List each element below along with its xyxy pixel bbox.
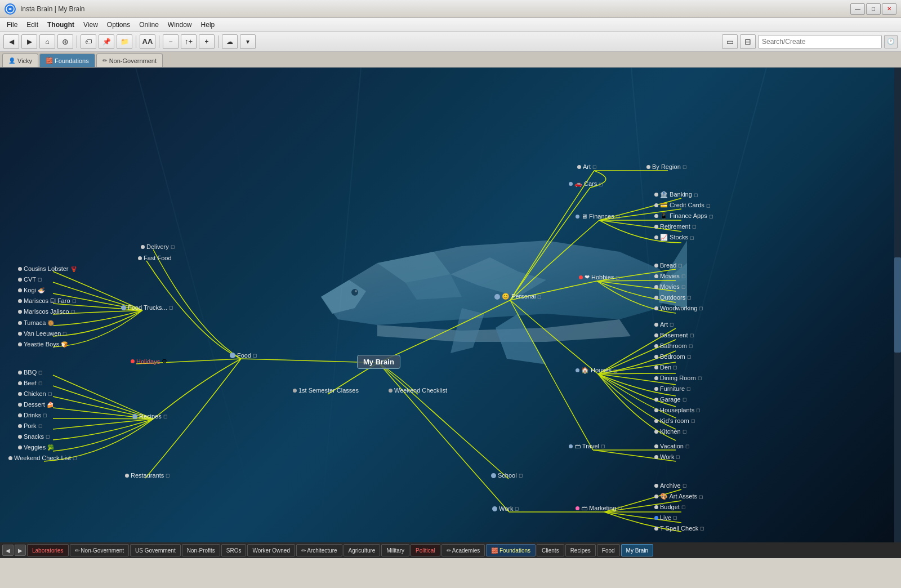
node-restaurants[interactable]: Restaurants ◻: [125, 472, 170, 479]
node-stocks[interactable]: 📈 Stocks ◻: [654, 234, 694, 241]
node-snacks[interactable]: Snacks ◻: [18, 433, 50, 440]
scrollbar-track[interactable]: [894, 68, 901, 542]
node-fastfood[interactable]: Fast Food: [138, 255, 172, 261]
node-bedroom[interactable]: Bedroom ◻: [654, 353, 691, 360]
node-cars[interactable]: 🚗 Cars ◻: [569, 180, 603, 188]
node-yeastie-boys[interactable]: Yeastie Boys 🍞: [18, 341, 68, 348]
node-basement[interactable]: Basement ◻: [654, 332, 694, 338]
statusbar-tab-nonprofits[interactable]: Non-Profits: [182, 544, 220, 556]
node-houseplants[interactable]: Houseplants ◻: [654, 407, 700, 413]
node-bread[interactable]: Bread ◻: [654, 262, 682, 269]
node-den[interactable]: Den ◻: [654, 364, 677, 371]
node-kitchen[interactable]: Kitchen ◻: [654, 428, 686, 435]
node-dessert[interactable]: Dessert 🍰: [18, 401, 53, 408]
statusbar-prev-button[interactable]: ◀: [2, 545, 14, 556]
node-garage[interactable]: Garage ◻: [654, 396, 686, 403]
statusbar-tab-usgovernment[interactable]: US Government: [130, 544, 181, 556]
minimize-button[interactable]: —: [850, 3, 865, 15]
node-furniture[interactable]: Furniture ◻: [654, 385, 690, 392]
tag-button[interactable]: 🏷: [81, 34, 96, 49]
statusbar-tab-academies[interactable]: ✏ Academies: [441, 544, 485, 556]
node-van-leeuwen[interactable]: Van Leeuwen ◻: [18, 330, 66, 337]
statusbar-tab-political[interactable]: Political: [411, 544, 440, 556]
menu-help[interactable]: Help: [197, 20, 220, 30]
node-school[interactable]: School ◻: [491, 472, 523, 479]
back-button[interactable]: ◀: [3, 34, 19, 49]
thought-button[interactable]: ⊕: [57, 34, 73, 49]
node-bathroom[interactable]: Bathroom ◻: [654, 342, 693, 349]
statusbar-next-button[interactable]: ▶: [15, 545, 26, 556]
node-food-trucks[interactable]: Food Trucks... ◻: [121, 304, 173, 311]
node-cvt[interactable]: CVT ◻: [18, 276, 42, 283]
tab-vicky[interactable]: 👤 Vicky: [2, 54, 38, 67]
node-delivery[interactable]: Delivery ◻: [141, 243, 175, 250]
menu-window[interactable]: Window: [163, 20, 197, 30]
node-banking[interactable]: 🏦 Banking ◻: [654, 191, 698, 198]
menu-thought[interactable]: Thought: [43, 20, 79, 30]
node-holidays[interactable]: Holidays ⚙: [131, 358, 167, 365]
zoom-out-button[interactable]: −: [163, 34, 179, 49]
node-work-right[interactable]: Work ◻: [654, 453, 680, 460]
home-button[interactable]: ⌂: [39, 34, 55, 49]
node-budget[interactable]: Budget ◻: [654, 504, 685, 510]
node-art-houses[interactable]: Art ◻: [654, 321, 673, 328]
node-weekend-check-list[interactable]: Weekend Check List ◻: [8, 455, 77, 461]
node-mariscos-faro[interactable]: Mariscos El Faro ◻: [18, 297, 76, 304]
zoom-in-button[interactable]: ↑+: [181, 34, 197, 49]
node-movies2[interactable]: Movies ◻: [654, 283, 685, 290]
node-art-top[interactable]: Art ◻: [577, 163, 596, 170]
statusbar-tab-nongovernment[interactable]: ✏ Non-Government: [70, 544, 129, 556]
maximize-button[interactable]: □: [866, 3, 881, 15]
statusbar-tab-military[interactable]: Military: [381, 544, 409, 556]
node-finances[interactable]: 🖥 Finances ◻: [576, 213, 620, 220]
node-vacation[interactable]: Vacation ◻: [654, 443, 689, 449]
close-button[interactable]: ✕: [882, 3, 896, 15]
statusbar-tab-clients[interactable]: Clients: [537, 544, 564, 556]
statusbar-tab-recipes[interactable]: Recipes: [565, 544, 596, 556]
center-node-mybrain[interactable]: My Brain: [357, 355, 400, 369]
node-recipes[interactable]: Recipes ◻: [132, 413, 167, 420]
node-credit-cards[interactable]: 💳 Credit Cards ◻: [654, 202, 710, 209]
statusbar-tab-agriculture[interactable]: Agriculture: [344, 544, 381, 556]
folder-button[interactable]: 📁: [117, 34, 132, 49]
node-kogi[interactable]: Kogi 🍜: [18, 287, 44, 293]
node-hobbies[interactable]: ❤ Hobbies ◻: [579, 274, 619, 281]
menu-file[interactable]: File: [2, 20, 22, 30]
node-tumaca[interactable]: Tumaca 🥘: [18, 319, 54, 326]
node-pork[interactable]: Pork ◻: [18, 422, 42, 429]
statusbar-tab-sros[interactable]: SROs: [221, 544, 247, 556]
node-travel[interactable]: 🗃 Travel ◻: [569, 443, 605, 449]
menu-view[interactable]: View: [79, 20, 102, 30]
tab-foundations[interactable]: 🧱 Foundations: [39, 54, 95, 67]
node-cousins-lobster[interactable]: Cousins Lobster 🦞: [18, 265, 77, 272]
view-btn-1[interactable]: ▭: [722, 34, 738, 49]
node-retirement[interactable]: Retirement ◻: [654, 223, 696, 230]
statusbar-tab-worker-owned[interactable]: Worker Owned: [247, 544, 295, 556]
canvas-area[interactable]: My Brain Food ◻ Holidays ⚙ Delivery ◻ Fa…: [0, 68, 901, 542]
node-spell-check[interactable]: T Spell Check ◻: [654, 525, 704, 532]
node-art-assets[interactable]: 🎨 Art Assets ◻: [654, 493, 703, 500]
menu-options[interactable]: Options: [102, 20, 135, 30]
node-weekend-checklist[interactable]: Weekend Checklist: [389, 387, 447, 394]
node-chicken[interactable]: Chicken ◻: [18, 390, 52, 397]
font-button[interactable]: AA: [140, 34, 155, 49]
scrollbar-thumb[interactable]: [894, 257, 901, 353]
node-drinks[interactable]: Drinks ◻: [18, 412, 47, 418]
node-work-bottom[interactable]: Work ◻: [492, 505, 519, 512]
statusbar-tab-food[interactable]: Food: [597, 544, 620, 556]
cloud-dropdown[interactable]: ▾: [240, 34, 256, 49]
menu-edit[interactable]: Edit: [22, 20, 43, 30]
node-finance-apps[interactable]: 📱 Finance Apps ◻: [654, 212, 713, 220]
statusbar-tab-foundations[interactable]: 🧱 Foundations: [486, 544, 536, 556]
node-personal[interactable]: 😊 Personal ◻: [494, 293, 541, 300]
statusbar-tab-mybrain[interactable]: My Brain: [621, 544, 653, 556]
node-archive[interactable]: Archive ◻: [654, 482, 686, 489]
node-live[interactable]: Live ◻: [654, 514, 677, 521]
node-houses[interactable]: 🏠 Houses ◻: [576, 367, 617, 374]
node-food[interactable]: Food ◻: [230, 352, 257, 359]
node-marketing[interactable]: 🗃 Marketing ◻: [576, 505, 622, 511]
node-bbq[interactable]: BBQ ◻: [18, 369, 42, 376]
node-woodworking[interactable]: Woodworking ◻: [654, 305, 703, 311]
node-semester[interactable]: 1st Semester Classes: [293, 387, 359, 394]
cloud-button[interactable]: ☁: [222, 34, 238, 49]
